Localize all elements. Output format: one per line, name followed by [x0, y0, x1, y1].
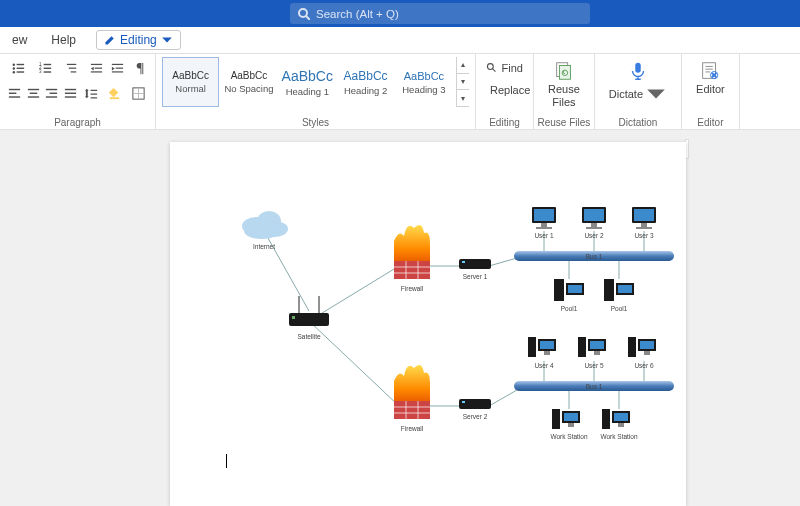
- tower-icon: [604, 279, 634, 301]
- styles-up-button[interactable]: ▴: [457, 57, 469, 74]
- svg-rect-28: [28, 96, 39, 97]
- svg-rect-3: [17, 63, 25, 64]
- group-paragraph: 123 Paragraph: [0, 54, 156, 129]
- workstation-icon: [552, 409, 580, 429]
- decrease-indent-button[interactable]: [86, 57, 106, 79]
- svg-rect-102: [636, 227, 652, 229]
- ruler-marker: [686, 140, 688, 158]
- ribbon: 123 Paragraph AaBbCcNormal AaBbCcNo Spac…: [0, 54, 800, 130]
- svg-rect-100: [634, 209, 654, 221]
- increase-indent-button[interactable]: [108, 57, 128, 79]
- find-button[interactable]: Find: [482, 57, 527, 79]
- styles-down-button[interactable]: ▾: [457, 74, 469, 91]
- svg-text:3: 3: [39, 69, 42, 74]
- svg-rect-37: [91, 97, 98, 98]
- svg-rect-17: [91, 63, 102, 64]
- group-editor: Editor Editor: [682, 54, 740, 129]
- svg-rect-35: [91, 89, 98, 90]
- align-right-button[interactable]: [44, 82, 61, 104]
- page[interactable]: Internet Satellite Firewall Server 1 Fir…: [170, 142, 686, 506]
- style-normal[interactable]: AaBbCcNormal: [162, 57, 219, 107]
- style-heading2[interactable]: AaBbCcHeading 2: [337, 57, 394, 107]
- svg-text:Pool1: Pool1: [611, 305, 628, 312]
- workstation-icon: [578, 337, 606, 357]
- editor-icon: [699, 60, 721, 82]
- microphone-icon: [627, 60, 649, 82]
- svg-rect-108: [604, 279, 614, 301]
- svg-rect-135: [564, 413, 578, 421]
- server-icon: [459, 399, 491, 409]
- tab-help[interactable]: Help: [41, 27, 86, 54]
- replace-button[interactable]: Replace: [482, 79, 527, 101]
- styles-scroll: ▴ ▾ ▾: [456, 57, 469, 107]
- tab-view[interactable]: ew: [2, 27, 37, 54]
- group-label-reuse: Reuse Files: [534, 117, 594, 128]
- multilevel-button[interactable]: [60, 57, 85, 79]
- style-heading1[interactable]: AaBbCcHeading 1: [279, 57, 336, 107]
- svg-rect-121: [544, 351, 550, 355]
- svg-point-0: [299, 9, 307, 17]
- svg-text:User 1: User 1: [534, 232, 554, 239]
- borders-button[interactable]: [128, 82, 149, 104]
- cloud-icon: [242, 211, 288, 239]
- group-label-paragraph: Paragraph: [0, 117, 155, 128]
- firewall-icon: [394, 365, 430, 419]
- svg-rect-96: [591, 223, 597, 227]
- svg-rect-34: [65, 96, 76, 97]
- svg-line-51: [309, 266, 399, 321]
- workstation-icon: [628, 337, 656, 357]
- align-center-button[interactable]: [25, 82, 42, 104]
- svg-rect-31: [46, 96, 57, 97]
- style-nospacing[interactable]: AaBbCcNo Spacing: [220, 57, 277, 107]
- svg-text:User 4: User 4: [534, 362, 554, 369]
- svg-point-60: [244, 223, 280, 239]
- search-icon: [298, 8, 310, 20]
- menu-row: ew Help Editing: [0, 27, 800, 54]
- justify-button[interactable]: [62, 82, 79, 104]
- bullets-button[interactable]: [6, 57, 31, 79]
- svg-rect-32: [65, 88, 76, 89]
- group-label-editor: Editor: [682, 117, 739, 128]
- svg-rect-38: [110, 97, 119, 99]
- svg-rect-138: [602, 409, 610, 429]
- group-label-dictation: Dictation: [595, 117, 681, 128]
- show-marks-button[interactable]: [129, 57, 149, 79]
- styles-more-button[interactable]: ▾: [457, 90, 469, 107]
- svg-rect-97: [586, 227, 602, 229]
- svg-rect-64: [289, 313, 329, 326]
- svg-rect-19: [91, 71, 102, 72]
- svg-rect-125: [590, 341, 604, 349]
- svg-rect-7: [17, 71, 25, 72]
- svg-rect-47: [635, 63, 641, 73]
- search-box[interactable]: Search (Alt + Q): [290, 3, 590, 24]
- svg-point-6: [13, 71, 15, 73]
- svg-rect-101: [641, 223, 647, 227]
- svg-rect-106: [568, 285, 582, 293]
- svg-rect-67: [394, 261, 430, 279]
- chevron-down-icon: [645, 83, 667, 105]
- line-spacing-button[interactable]: [81, 82, 102, 104]
- tower-icon: [554, 279, 584, 301]
- svg-rect-90: [534, 209, 554, 221]
- editing-mode-button[interactable]: Editing: [96, 30, 181, 50]
- dictate-button[interactable]: Dictate: [601, 57, 675, 117]
- svg-rect-120: [540, 341, 554, 349]
- svg-rect-13: [43, 71, 51, 72]
- shading-button[interactable]: [104, 82, 125, 104]
- svg-rect-110: [618, 285, 632, 293]
- svg-rect-16: [70, 71, 76, 72]
- svg-rect-118: [528, 337, 536, 357]
- svg-rect-92: [536, 227, 552, 229]
- reuse-files-button[interactable]: Reuse Files: [540, 57, 588, 120]
- svg-rect-140: [614, 413, 628, 421]
- svg-rect-141: [618, 423, 624, 427]
- numbering-button[interactable]: 123: [33, 57, 58, 79]
- svg-text:User 5: User 5: [584, 362, 604, 369]
- svg-rect-5: [17, 67, 25, 68]
- svg-rect-25: [9, 96, 20, 97]
- svg-text:Bus 1: Bus 1: [586, 253, 603, 260]
- style-heading3[interactable]: AaBbCcHeading 3: [395, 57, 452, 107]
- svg-rect-95: [584, 209, 604, 221]
- editor-button[interactable]: Editor: [688, 57, 733, 107]
- align-left-button[interactable]: [6, 82, 23, 104]
